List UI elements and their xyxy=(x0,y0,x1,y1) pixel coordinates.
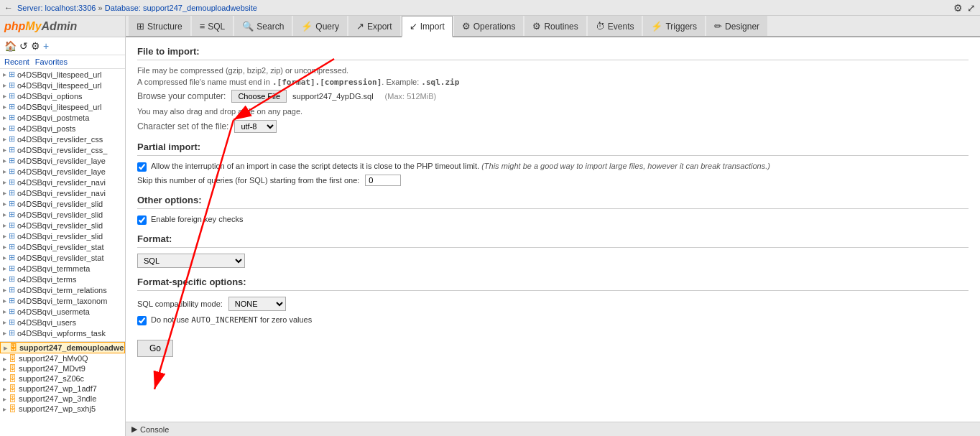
table-list-item[interactable]: ▸⊞o4DSBqvi_revslider_css xyxy=(0,134,125,144)
skip-input[interactable]: 0 xyxy=(365,175,401,186)
table-list-item[interactable]: ▸⊞o4DSBqvi_options xyxy=(0,91,125,101)
tree-icon: ▸ xyxy=(3,286,6,294)
path-text: Server: localhost:3306 » Database: suppo… xyxy=(17,4,257,12)
db-list-item[interactable]: ▸🗄support247_wp_1adf7 xyxy=(0,384,125,394)
table-list-item[interactable]: ▸⊞o4DSBqvi_termmeta xyxy=(0,263,125,274)
tab-sql[interactable]: ≡SQL xyxy=(192,16,234,36)
phpmyadmin-logo: phpMyAdmin xyxy=(4,19,77,34)
tab-search[interactable]: 🔍Search xyxy=(234,16,292,36)
table-list-item[interactable]: ▸⊞o4DSBqvi_posts xyxy=(0,123,125,134)
tab-icon: ✏ xyxy=(714,21,722,32)
allow-interrupt-checkbox[interactable] xyxy=(137,162,147,172)
table-icon: ⊞ xyxy=(9,231,15,241)
table-list-item[interactable]: ▸⊞o4DSBqvi_revslider_laye xyxy=(0,155,125,166)
table-list-item[interactable]: ▸⊞o4DSBqvi_revslider_slid xyxy=(0,231,125,241)
table-icon: ⊞ xyxy=(9,177,15,187)
db-list-item[interactable]: ▸🗄support247_wp_sxhj5 xyxy=(0,404,125,414)
tree-icon: ▸ xyxy=(3,210,6,218)
db-list-item[interactable]: ▸🗄support247_wp_3ndle xyxy=(0,394,125,404)
expand-icon[interactable]: ⤢ xyxy=(967,2,976,14)
table-list-item[interactable]: ▸⊞o4DSBqvi_revslider_slid xyxy=(0,209,125,220)
file-info1: File may be compressed (gzip, bzip2, zip… xyxy=(137,66,969,75)
tree-icon: ▸ xyxy=(3,243,6,251)
sidebar-nav: Recent Favorites xyxy=(0,55,125,69)
db-list-item[interactable]: ▸🗄support247_sZ06c xyxy=(0,374,125,384)
home-icon[interactable]: 🏠 xyxy=(4,40,17,52)
tree-icon: ▸ xyxy=(3,124,6,132)
db-icon: 🗄 xyxy=(9,343,17,352)
browse-row: Browse your computer: Choose File suppor… xyxy=(137,90,969,103)
tab-triggers[interactable]: ⚡Triggers xyxy=(643,16,705,36)
new-icon[interactable]: + xyxy=(43,40,49,52)
back-icon[interactable]: ← xyxy=(4,3,13,13)
table-list-item[interactable]: ▸⊞o4DSBqvi_litespeed_url xyxy=(0,69,125,80)
chosen-file-text: support247_4ypDG.sql xyxy=(292,92,374,101)
tree-icon: ▸ xyxy=(3,385,6,393)
tree-icon: ▸ xyxy=(3,318,6,326)
sidebar-header: phpMyAdmin xyxy=(0,16,125,37)
recent-link[interactable]: Recent xyxy=(4,57,29,66)
auto-increment-checkbox[interactable] xyxy=(137,316,147,325)
go-button[interactable]: Go xyxy=(137,340,173,357)
table-icon: ⊞ xyxy=(9,124,15,133)
db-list-item[interactable]: ▸🗄support247_MDvt9 xyxy=(0,363,125,374)
foreign-key-checkbox[interactable] xyxy=(137,215,147,225)
db-icon: 🗄 xyxy=(9,394,17,403)
database-list: ▸🗄support247_demouploadweb▸🗄support247_h… xyxy=(0,342,125,414)
foreign-key-row: Enable foreign key checks xyxy=(137,215,969,225)
table-list-item[interactable]: ▸⊞o4DSBqvi_revslider_slid xyxy=(0,220,125,231)
table-list-item[interactable]: ▸⊞o4DSBqvi_revslider_laye xyxy=(0,166,125,177)
other-options-title: Other options: xyxy=(137,195,969,209)
table-list-item[interactable]: ▸⊞o4DSBqvi_revslider_navi xyxy=(0,187,125,198)
tab-query[interactable]: ⚡Query xyxy=(293,16,347,36)
db-list-item[interactable]: ▸🗄support247_demouploadweb xyxy=(0,342,125,353)
table-list-item[interactable]: ▸⊞o4DSBqvi_users xyxy=(0,317,125,328)
auto-increment-text: Do not use AUTO_INCREMENT for zero value… xyxy=(151,315,312,325)
table-list-item[interactable]: ▸⊞o4DSBqvi_terms xyxy=(0,274,125,284)
refresh-icon[interactable]: ↺ xyxy=(19,40,28,52)
tree-icon: ▸ xyxy=(3,329,6,337)
settings-small-icon[interactable]: ⚙ xyxy=(31,40,40,52)
table-icon: ⊞ xyxy=(9,113,15,122)
tab-export[interactable]: ↗Export xyxy=(348,16,400,36)
table-list-item[interactable]: ▸⊞o4DSBqvi_revslider_stat xyxy=(0,241,125,252)
tab-designer[interactable]: ✏Designer xyxy=(706,16,767,36)
tree-icon: ▸ xyxy=(3,146,6,154)
table-list-item[interactable]: ▸⊞o4DSBqvi_usermeta xyxy=(0,306,125,317)
tree-icon: ▸ xyxy=(3,221,6,229)
compat-select[interactable]: NONEANSIDB2MAXDBMYSQL323MYSQL40MSSQLORAC… xyxy=(228,297,286,311)
table-list-item[interactable]: ▸⊞o4DSBqvi_revslider_stat xyxy=(0,252,125,263)
db-icon: 🗄 xyxy=(9,384,17,393)
table-list-item[interactable]: ▸⊞o4DSBqvi_wpforms_task xyxy=(0,328,125,338)
table-list-item[interactable]: ▸⊞o4DSBqvi_litespeed_url xyxy=(0,80,125,91)
tab-structure[interactable]: ⊞Structure xyxy=(129,16,190,36)
table-list-item[interactable]: ▸⊞o4DSBqvi_revslider_css_ xyxy=(0,144,125,155)
settings-icon[interactable]: ⚙ xyxy=(953,2,963,14)
table-list-item[interactable]: ▸⊞o4DSBqvi_term_relations xyxy=(0,284,125,295)
tab-icon: ≡ xyxy=(200,21,205,32)
tab-icon: 🔍 xyxy=(242,21,254,32)
tab-import[interactable]: ↙Import xyxy=(402,16,453,37)
favorites-link[interactable]: Favorites xyxy=(35,57,68,66)
tab-routines[interactable]: ⚙Routines xyxy=(524,16,586,36)
auto-increment-row: Do not use AUTO_INCREMENT for zero value… xyxy=(137,315,969,325)
table-icon: ⊞ xyxy=(9,156,15,165)
choose-file-button[interactable]: Choose File xyxy=(231,90,287,103)
console-bar[interactable]: ▶ Console xyxy=(126,422,980,436)
table-icon: ⊞ xyxy=(9,70,15,79)
db-list-item[interactable]: ▸🗄support247_hMv0Q xyxy=(0,353,125,363)
tab-events[interactable]: ⏱Events xyxy=(588,16,642,36)
charset-select[interactable]: utf-8utf-16latin1ascii xyxy=(234,120,277,133)
table-list-item[interactable]: ▸⊞o4DSBqvi_revslider_slid xyxy=(0,198,125,209)
skip-row: Skip this number of queries (for SQL) st… xyxy=(137,175,969,186)
tab-icon: ↙ xyxy=(410,21,417,32)
tree-icon: ▸ xyxy=(3,405,6,413)
table-list-item[interactable]: ▸⊞o4DSBqvi_term_taxonom xyxy=(0,295,125,306)
table-icon: ⊞ xyxy=(9,91,15,101)
table-list-item[interactable]: ▸⊞o4DSBqvi_revslider_navi xyxy=(0,177,125,187)
format-row: SQLCSVCSV using LOAD DATAJSONMediawiki T… xyxy=(137,254,969,268)
table-list-item[interactable]: ▸⊞o4DSBqvi_litespeed_url xyxy=(0,101,125,112)
tab-operations[interactable]: ⚙Operations xyxy=(454,16,524,36)
format-select[interactable]: SQLCSVCSV using LOAD DATAJSONMediawiki T… xyxy=(137,254,245,268)
table-list-item[interactable]: ▸⊞o4DSBqvi_postmeta xyxy=(0,112,125,123)
